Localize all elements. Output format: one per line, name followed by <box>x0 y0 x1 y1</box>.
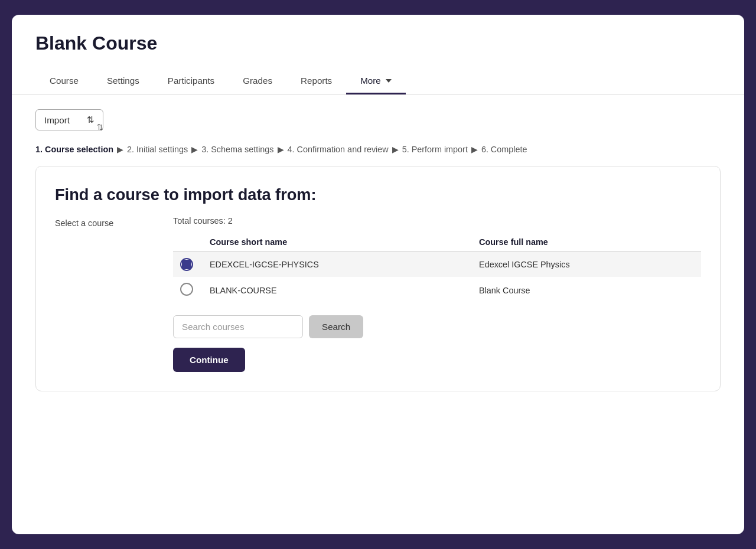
col-header-radio <box>173 233 203 252</box>
total-courses: Total courses: 2 <box>173 216 701 226</box>
course-table: Course short name Course full name EDEXC… <box>173 233 701 303</box>
tab-reports[interactable]: Reports <box>286 68 346 94</box>
import-select[interactable]: Import <box>44 115 82 125</box>
course-short-name-1: EDEXCEL-IGCSE-PHYSICS <box>203 252 472 277</box>
course-table-area: Total courses: 2 Course short name Cours… <box>173 216 701 372</box>
breadcrumb-step-1: 1. Course selection <box>35 145 113 154</box>
breadcrumb-arrow-4: ▶ <box>392 145 399 154</box>
breadcrumb-arrow-5: ▶ <box>471 145 478 154</box>
course-title: Blank Course <box>35 32 721 54</box>
content-area: Import ⇅ 1. Course selection ▶ 2. Initia… <box>12 95 744 406</box>
breadcrumb-step-2: 2. Initial settings <box>127 145 188 154</box>
select-course-label: Select a course <box>55 218 173 372</box>
radio-button-2[interactable] <box>180 283 193 296</box>
breadcrumb-step-5: 5. Perform import <box>402 145 468 154</box>
breadcrumb-step-4: 4. Confirmation and review <box>288 145 389 154</box>
tab-settings[interactable]: Settings <box>93 68 154 94</box>
radio-cell-1[interactable] <box>173 252 203 277</box>
chevron-down-icon <box>386 79 392 83</box>
breadcrumb-step-6: 6. Complete <box>481 145 527 154</box>
radio-button-1[interactable] <box>180 258 193 271</box>
col-header-short-name: Course short name <box>203 233 472 252</box>
table-row[interactable]: EDEXCEL-IGCSE-PHYSICS Edexcel IGCSE Phys… <box>173 252 701 277</box>
tab-more[interactable]: More <box>346 68 406 94</box>
nav-tabs: Course Settings Participants Grades Repo… <box>35 68 721 94</box>
continue-button[interactable]: Continue <box>173 348 245 372</box>
header: Blank Course Course Settings Participant… <box>12 15 744 95</box>
tab-participants[interactable]: Participants <box>154 68 229 94</box>
course-full-name-1: Edexcel IGCSE Physics <box>472 252 701 277</box>
import-select-wrapper: Import ⇅ <box>35 109 103 145</box>
search-input[interactable] <box>173 315 303 338</box>
course-full-name-2: Blank Course <box>472 277 701 303</box>
breadcrumb-step-3: 3. Schema settings <box>201 145 273 154</box>
breadcrumb-arrow-1: ▶ <box>117 145 123 154</box>
table-row[interactable]: BLANK-COURSE Blank Course <box>173 277 701 303</box>
tab-grades[interactable]: Grades <box>229 68 286 94</box>
search-button[interactable]: Search <box>309 315 363 338</box>
col-header-full-name: Course full name <box>472 233 701 252</box>
breadcrumb: 1. Course selection ▶ 2. Initial setting… <box>35 145 721 154</box>
find-course-title: Find a course to import data from: <box>55 185 701 204</box>
radio-cell-2[interactable] <box>173 277 203 303</box>
course-select-area: Select a course Total courses: 2 Course … <box>55 216 701 372</box>
search-row: Search <box>173 315 701 338</box>
tab-course[interactable]: Course <box>35 68 93 94</box>
breadcrumb-arrow-2: ▶ <box>191 145 198 154</box>
import-selector[interactable]: Import ⇅ <box>35 109 103 130</box>
breadcrumb-arrow-3: ▶ <box>278 145 284 154</box>
find-course-box: Find a course to import data from: Selec… <box>35 166 721 391</box>
course-short-name-2: BLANK-COURSE <box>203 277 472 303</box>
main-container: Blank Course Course Settings Participant… <box>12 15 744 534</box>
